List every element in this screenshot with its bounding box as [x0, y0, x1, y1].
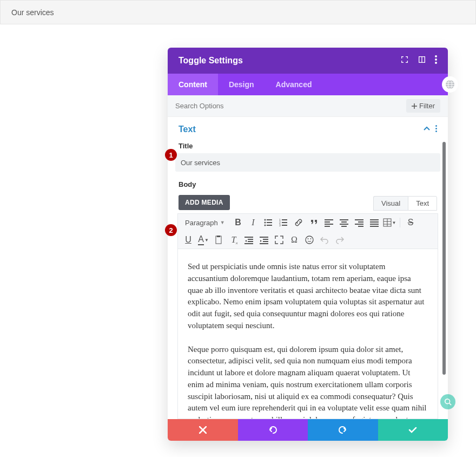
modal-title: Toggle Settings: [178, 56, 243, 66]
undo-button[interactable]: [238, 419, 308, 441]
cancel-button[interactable]: [168, 419, 238, 441]
modal-tabs: Content Design Advanced: [168, 74, 448, 95]
add-media-button[interactable]: ADD MEDIA: [178, 195, 230, 210]
svg-rect-31: [370, 221, 379, 223]
svg-point-1: [435, 58, 437, 61]
svg-point-3: [435, 125, 437, 127]
search-fab-icon[interactable]: [440, 394, 455, 409]
svg-rect-17: [282, 225, 287, 226]
svg-point-6: [265, 219, 266, 221]
body-paragraph: Neque porro quisquam est, qui dolorem ip…: [188, 344, 428, 420]
svg-rect-19: [325, 221, 330, 223]
svg-rect-24: [340, 224, 348, 225]
svg-point-5: [435, 130, 437, 132]
editor-content[interactable]: Sed ut perspiciatis unde omnis iste natu…: [177, 249, 438, 419]
tab-content[interactable]: Content: [168, 74, 218, 95]
blockquote-icon[interactable]: [307, 216, 321, 229]
filter-button[interactable]: Filter: [406, 99, 440, 113]
title-field-label: Title: [168, 140, 448, 153]
numbered-list-icon[interactable]: 123: [276, 216, 290, 229]
link-icon[interactable]: [292, 216, 306, 229]
svg-point-0: [435, 55, 437, 57]
editor-tab-text[interactable]: Text: [408, 196, 437, 211]
svg-rect-45: [263, 239, 268, 240]
svg-rect-39: [217, 236, 220, 237]
body-field-label: Body: [168, 178, 448, 192]
svg-rect-47: [260, 243, 268, 244]
svg-rect-15: [282, 222, 287, 223]
svg-rect-22: [340, 219, 348, 220]
outdent-icon[interactable]: [242, 233, 256, 246]
more-icon[interactable]: [435, 55, 437, 66]
undo-icon[interactable]: [318, 233, 332, 246]
top-bar-label: Our services: [11, 8, 54, 17]
section-more-icon[interactable]: [435, 125, 437, 134]
italic-icon[interactable]: I: [246, 216, 260, 229]
bullet-list-icon[interactable]: [261, 216, 275, 229]
bold-icon[interactable]: B: [231, 216, 245, 229]
svg-rect-11: [267, 225, 272, 226]
svg-point-48: [306, 236, 313, 244]
expand-icon[interactable]: [400, 55, 409, 66]
align-justify-icon[interactable]: [367, 216, 381, 229]
globe-icon[interactable]: [444, 78, 457, 91]
svg-rect-18: [325, 219, 333, 220]
table-icon[interactable]: ▼: [382, 216, 396, 229]
search-input[interactable]: [175, 102, 406, 110]
redo-button[interactable]: [308, 419, 378, 441]
clear-formatting-icon[interactable]: T×: [227, 233, 241, 246]
align-right-icon[interactable]: [352, 216, 366, 229]
save-button[interactable]: [378, 419, 448, 441]
svg-rect-46: [263, 241, 268, 242]
svg-rect-44: [260, 237, 268, 238]
section-header-text: Text: [168, 117, 448, 140]
svg-rect-26: [355, 219, 363, 220]
annotation-badge-1: 1: [165, 149, 177, 161]
panel-body: Text Title Body ADD MEDIA Visual Text Pa…: [168, 117, 448, 419]
svg-rect-20: [325, 224, 333, 225]
svg-point-8: [265, 222, 266, 224]
tab-advanced[interactable]: Advanced: [265, 74, 323, 95]
svg-rect-28: [355, 224, 363, 225]
svg-rect-30: [370, 219, 379, 220]
special-char-icon[interactable]: Ω: [287, 233, 301, 246]
title-input[interactable]: [175, 153, 440, 172]
section-title: Text: [178, 125, 196, 134]
svg-rect-23: [341, 221, 347, 223]
search-row: Filter: [168, 95, 448, 117]
svg-rect-25: [341, 226, 347, 227]
svg-point-2: [435, 62, 437, 64]
text-color-icon[interactable]: A▼: [196, 233, 210, 246]
align-left-icon[interactable]: [322, 216, 336, 229]
svg-rect-33: [370, 226, 379, 227]
emoji-icon[interactable]: [302, 233, 316, 246]
annotation-badge-2: 2: [165, 224, 177, 236]
svg-rect-7: [267, 219, 272, 220]
svg-rect-27: [358, 221, 363, 223]
format-select[interactable]: Paragraph▼: [181, 217, 230, 228]
fullscreen-icon[interactable]: [272, 233, 286, 246]
modal-header: Toggle Settings: [168, 48, 448, 74]
chevron-up-icon[interactable]: [424, 125, 430, 134]
paste-text-icon[interactable]: [211, 233, 226, 246]
svg-rect-38: [216, 236, 221, 244]
align-center-icon[interactable]: [337, 216, 351, 229]
svg-rect-32: [370, 224, 379, 225]
strikethrough-icon[interactable]: S: [404, 216, 418, 229]
svg-rect-43: [244, 243, 253, 244]
editor-tab-visual[interactable]: Visual: [373, 196, 408, 211]
indent-icon[interactable]: [257, 233, 271, 246]
editor-toolbar: Paragraph▼ B I 123 ▼ S U A▼ T×: [177, 213, 438, 249]
svg-rect-42: [248, 241, 253, 242]
svg-point-50: [310, 238, 312, 239]
page-top-bar: Our services: [0, 0, 476, 24]
svg-text:3: 3: [279, 224, 281, 227]
tab-design[interactable]: Design: [218, 74, 265, 95]
modal-footer: [168, 419, 448, 441]
svg-rect-9: [267, 222, 272, 223]
redo-icon[interactable]: [333, 233, 347, 246]
underline-icon[interactable]: U: [181, 233, 195, 246]
svg-point-51: [445, 399, 450, 404]
svg-rect-21: [325, 226, 330, 227]
panel-layout-icon[interactable]: [418, 55, 426, 66]
